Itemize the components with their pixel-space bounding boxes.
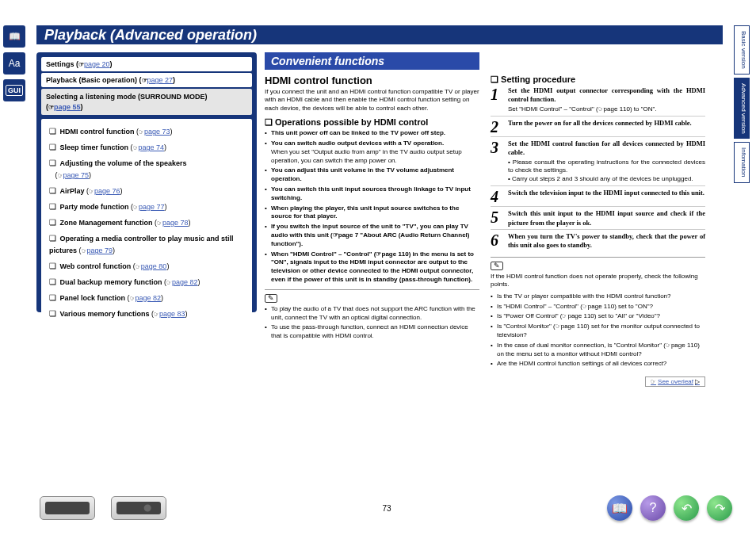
prev-page-button[interactable]: ↶ [674,495,699,521]
page-title: Playback (Advanced operation) [36,25,723,44]
hdmi-ops-list: This unit power off can be linked to the… [265,129,479,285]
toc-item[interactable]: ❏ Party mode function (☞page 77) [49,201,244,213]
see-overleaf-link[interactable]: ☞See overleaf▷ [645,376,705,387]
hdmi-intro-text: If you connect the unit and an HDMI cont… [265,88,479,113]
next-page-button[interactable]: ↷ [707,495,732,521]
toc-item[interactable]: ❏ Zone Management function (☞page 78) [49,216,244,229]
remote-control-icon[interactable] [111,496,166,520]
tab-information[interactable]: Infomation [734,142,750,182]
toc-list: ❏ HDMI control function (☞page 73) ❏ Sle… [41,119,252,330]
page-number: 73 [166,504,607,513]
toc-item[interactable]: ❏ Panel lock function (☞page 82) [49,292,244,304]
help-button[interactable]: ? [640,495,666,521]
footer: 73 📖 ? ↶ ↷ [0,495,756,521]
hdmi-control-heading: HDMI control function [265,75,479,86]
gui-icon[interactable]: GUI [3,79,25,101]
toc-item[interactable]: ❏ Various memory functions (☞page 83) [49,308,244,320]
tab-basic-version[interactable]: Basic version [734,25,750,75]
contents-button[interactable]: 📖 [607,495,632,521]
toc-item[interactable]: ❏ Adjusting the volume of the speakers (… [49,157,244,182]
toc-item[interactable]: ❏ Web control function (☞page 80) [49,260,244,273]
tab-advanced-version[interactable]: Advanced version [734,78,750,139]
side-icon-rail: 📖 Aa GUI [3,25,29,101]
right-tab-rail: Basic version Advanced version Infomatio… [734,25,750,183]
toc-playback-basic[interactable]: Playback (Basic operation) (☞page 27) [41,73,252,87]
toc-sidebar: Settings (☞page 20) Playback (Basic oper… [36,52,257,312]
toc-item[interactable]: ❏ HDMI control function (☞page 73) [49,125,244,138]
book-open-icon[interactable]: 📖 [3,25,25,48]
toc-item[interactable]: ❏ Operating a media controller to play m… [49,232,244,257]
hdmi-note-box: ✎ To play the audio of a TV that does no… [265,289,479,341]
pencil-icon: ✎ [491,262,503,270]
front-panel-icon[interactable] [40,496,95,520]
hdmi-ops-heading: ❏ Operations possible by HDMI control [265,117,479,128]
section-convenient-functions: Convenient functions [265,52,479,70]
toc-item[interactable]: ❏ AirPlay (☞page 76) [49,185,244,197]
font-size-icon[interactable]: Aa [3,52,25,75]
toc-item[interactable]: ❏ Sleep timer function (☞page 74) [49,141,244,154]
toc-surround-mode[interactable]: Selecting a listening mode (SURROUND MOD… [41,89,252,115]
setting-procedure-heading: ❏ Setting procedure [491,75,705,85]
troubleshoot-box: ✎ If the HDMI control function does not … [491,257,705,369]
pencil-icon: ✎ [265,294,277,303]
toc-settings[interactable]: Settings (☞page 20) [41,57,252,71]
setting-procedure-steps: 1Set the HDMI output connector correspon… [491,86,705,252]
toc-item[interactable]: ❏ Dual backup memory function (☞page 82) [49,276,244,289]
